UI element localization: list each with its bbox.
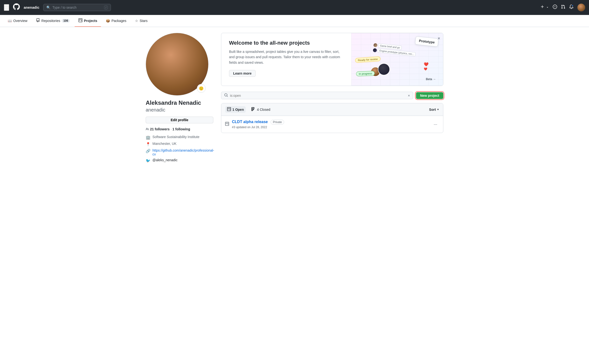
main-content: Welcome to the all-new projects Built li… <box>221 33 443 167</box>
projects-list-header: 1 Open 4 Closed Sort ▼ <box>221 103 443 116</box>
banner-avatar-2 <box>378 63 390 75</box>
followers-link[interactable]: 21 followers <box>150 127 170 131</box>
learn-more-button[interactable]: Learn more <box>229 70 256 77</box>
banner-right: × Prototype Game brief and go <box>351 33 443 86</box>
projects-label: Projects <box>84 19 97 23</box>
following-label: following <box>175 127 190 131</box>
nav-packages[interactable]: 📦 Packages <box>102 15 130 27</box>
packages-label: Packages <box>111 19 126 23</box>
filter-search-input[interactable] <box>230 94 406 98</box>
projects-container: 1 Open 4 Closed Sort ▼ <box>221 103 443 133</box>
profile-navigation: 📖 Overview Repositories 106 Projects 📦 P… <box>0 15 589 27</box>
project-visibility-badge: Private <box>271 120 284 125</box>
followers-label: followers <box>155 127 169 131</box>
site-header: ☰ anenadic 🔍 Type / to search / <box>0 0 589 15</box>
banner-hearts: ❤️❤️ <box>424 62 429 71</box>
table-row: CLDT alpha release Private #3 updated on… <box>221 116 443 133</box>
avatar-container: 🙂 <box>146 33 208 96</box>
github-logo[interactable] <box>13 3 20 12</box>
closed-projects-tab[interactable]: 4 Closed <box>250 106 272 113</box>
banner-beta-label: Beta → <box>426 77 436 81</box>
banner-title: Welcome to the all-new projects <box>229 40 344 46</box>
banner-progress-badge: In progress <box>356 71 375 77</box>
header-actions <box>540 4 585 11</box>
repositories-icon <box>36 18 40 23</box>
overview-label: Overview <box>13 19 27 23</box>
project-name-link[interactable]: CLDT alpha release <box>232 120 268 124</box>
follow-separator: · <box>171 127 172 131</box>
meta-website: 🔗 https://github.com/anenadic/profession… <box>146 148 213 156</box>
followers-count: 21 <box>150 127 154 131</box>
project-actions-button[interactable]: ··· <box>432 121 439 128</box>
banner-close-button[interactable]: × <box>438 36 440 41</box>
new-project-button[interactable]: New project <box>416 92 443 99</box>
emoji-status-button[interactable]: 🙂 <box>197 84 206 93</box>
banner-prototype-card: Prototype <box>415 36 438 47</box>
meta-twitter: 🐦 @aleks_nenadic <box>146 158 213 163</box>
location-icon: 📍 <box>146 142 151 147</box>
profile-username: anenadic <box>146 107 213 113</box>
stars-label: Stars <box>140 19 148 23</box>
search-placeholder: Type / to search <box>52 6 102 9</box>
avatar-image <box>577 4 585 11</box>
notifications-button[interactable] <box>569 5 574 10</box>
profile-name: Aleksandra Nenadic <box>146 99 213 106</box>
user-avatar[interactable] <box>577 4 585 11</box>
meta-location: 📍 Manchester, UK <box>146 142 213 147</box>
org-icon: 🏢 <box>146 135 151 140</box>
issues-button[interactable] <box>553 5 557 10</box>
open-projects-tab[interactable]: 1 Open <box>225 106 246 113</box>
search-clear-button[interactable]: × <box>408 94 410 98</box>
nav-projects[interactable]: Projects <box>75 15 101 27</box>
project-info: CLDT alpha release Private #3 updated on… <box>232 120 429 129</box>
location-text: Manchester, UK <box>152 142 177 146</box>
following-link[interactable]: 1 following <box>172 127 190 131</box>
packages-icon: 📦 <box>106 19 110 23</box>
twitter-handle: @aleks_nenadic <box>152 158 178 162</box>
open-projects-label: 1 Open <box>232 108 244 112</box>
notification-dot <box>572 5 574 7</box>
nav-repositories[interactable]: Repositories 106 <box>32 15 74 27</box>
banner-description: Built like a spreadsheet, project tables… <box>229 49 344 65</box>
new-menu-button[interactable] <box>540 5 549 10</box>
following-count: 1 <box>172 127 174 131</box>
website-link[interactable]: https://github.com/anenadic/professional… <box>152 148 214 156</box>
search-icon: 🔍 <box>46 6 50 9</box>
nav-stars[interactable]: ☆ Stars <box>131 15 151 27</box>
banner-left: Welcome to the all-new projects Built li… <box>221 33 351 86</box>
nav-overview[interactable]: 📖 Overview <box>4 15 31 27</box>
link-icon: 🔗 <box>146 149 151 153</box>
twitter-icon: 🐦 <box>146 158 151 163</box>
open-table-icon <box>227 107 231 112</box>
header-username[interactable]: anenadic <box>24 5 39 9</box>
search-shortcut: / <box>104 6 108 9</box>
project-table-icon <box>225 122 229 127</box>
hamburger-menu[interactable]: ☰ <box>4 4 9 11</box>
projects-icon <box>79 18 82 23</box>
profile-sidebar: 🙂 Aleksandra Nenadic anenadic Edit profi… <box>146 33 213 167</box>
welcome-banner: Welcome to the all-new projects Built li… <box>221 33 443 86</box>
meta-org: 🏢 Software Sustainability Institute <box>146 135 213 140</box>
sort-button[interactable]: Sort ▼ <box>429 108 439 112</box>
project-meta-text: #3 updated on Jul 28, 2022 <box>232 126 429 129</box>
sort-label: Sort <box>429 108 436 112</box>
sort-chevron-icon: ▼ <box>437 108 439 111</box>
search-bar[interactable]: 🔍 Type / to search / <box>43 4 111 11</box>
repositories-count: 106 <box>62 19 70 23</box>
follow-info: 21 followers · 1 following <box>146 127 213 131</box>
profile-meta: 🏢 Software Sustainability Institute 📍 Ma… <box>146 135 213 163</box>
pullrequests-button[interactable] <box>561 5 565 10</box>
repositories-label: Repositories <box>41 19 60 23</box>
banner-face2 <box>373 48 377 52</box>
banner-face1 <box>373 43 378 47</box>
banner-illustration: Prototype Game brief and go Engine proto… <box>351 33 443 86</box>
filter-bar: × New project <box>221 92 443 99</box>
filter-search-icon <box>224 93 228 98</box>
overview-icon: 📖 <box>8 19 12 23</box>
org-name: Software Sustainability Institute <box>152 135 200 139</box>
closed-projects-label: 4 Closed <box>257 108 270 112</box>
banner-review-badge: Ready for review <box>355 56 381 63</box>
search-input-wrapper[interactable]: × <box>221 92 413 99</box>
main-layout: 🙂 Aleksandra Nenadic anenadic Edit profi… <box>140 27 449 173</box>
edit-profile-button[interactable]: Edit profile <box>146 117 213 123</box>
